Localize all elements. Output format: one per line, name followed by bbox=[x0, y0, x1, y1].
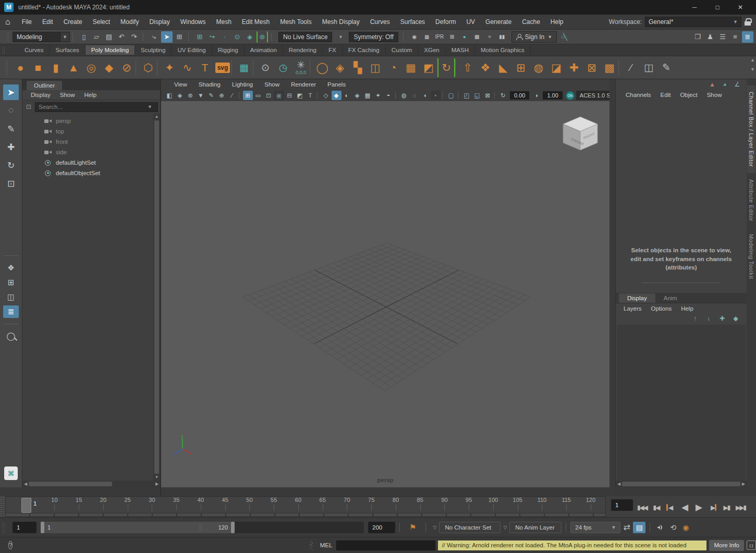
rotate-tool[interactable]: ↻ bbox=[3, 157, 19, 173]
select-tool[interactable]: ➤ bbox=[3, 84, 19, 100]
curve-pencil-icon[interactable]: ✎ bbox=[657, 58, 675, 77]
scroll-up-icon[interactable]: ▲ bbox=[155, 114, 159, 120]
separator[interactable] bbox=[317, 92, 319, 99]
outliner-item[interactable]: front bbox=[22, 137, 153, 147]
step-forward-key-button[interactable]: ▶ bbox=[705, 500, 720, 514]
outliner-horizontal-scrollbar[interactable]: ◀ ▶ bbox=[22, 481, 160, 487]
outliner-item[interactable]: defaultLightSet bbox=[22, 157, 153, 168]
playback-range[interactable]: 1 120 bbox=[41, 522, 235, 533]
xray-active-icon[interactable]: ⊠ bbox=[483, 91, 493, 100]
motion-blur-icon[interactable]: ◌ bbox=[410, 91, 420, 100]
default-material-icon[interactable]: ◐ bbox=[342, 91, 352, 100]
chevron-down-icon[interactable]: ▼ bbox=[148, 104, 154, 109]
drag-grip[interactable] bbox=[2, 46, 5, 54]
graph-editor-icon[interactable]: ∠ bbox=[733, 80, 742, 89]
outliner-item[interactable]: top bbox=[22, 126, 153, 137]
new-empty-layer-icon[interactable]: ✚ bbox=[718, 314, 726, 323]
poly-cube-icon[interactable]: ■ bbox=[29, 58, 47, 77]
scroll-down-icon[interactable]: ▼ bbox=[155, 474, 159, 481]
animation-end-field[interactable]: 200 bbox=[368, 522, 395, 533]
snap-view-plane-icon[interactable]: ◈ bbox=[244, 31, 255, 43]
menu-item[interactable]: Edit bbox=[37, 18, 58, 26]
lasso-tool[interactable]: ◌ bbox=[3, 103, 19, 118]
symmetry-field[interactable]: Symmetry: Off bbox=[349, 32, 398, 42]
view-cube[interactable]: FRONT RIGHT bbox=[562, 116, 599, 153]
range-start-handle[interactable] bbox=[41, 522, 44, 533]
shelf-tab[interactable]: UV Editing bbox=[172, 45, 212, 55]
make-live-icon[interactable]: ⊚ bbox=[257, 31, 268, 43]
xray-joints-icon[interactable]: ◱ bbox=[472, 91, 482, 100]
move-layer-up-icon[interactable]: ↑ bbox=[691, 314, 699, 323]
zoom-layout-icon[interactable]: ◯ bbox=[3, 330, 19, 342]
toolbox-logo-icon[interactable]: ⌘ bbox=[4, 466, 18, 480]
menu-item[interactable]: Modify bbox=[115, 18, 144, 26]
filter-icon[interactable]: ⊡ bbox=[25, 103, 33, 110]
separator[interactable] bbox=[310, 60, 313, 76]
mute-sound-icon[interactable] bbox=[654, 522, 667, 533]
shelf-tab[interactable]: Rendering bbox=[283, 45, 323, 55]
viewport-menu-item[interactable]: View bbox=[168, 81, 193, 88]
bevel-icon[interactable]: ◣ bbox=[494, 58, 512, 77]
film-gate-icon[interactable]: ▭ bbox=[253, 91, 263, 100]
menu-item[interactable]: Mesh Display bbox=[317, 18, 365, 26]
drag-grip[interactable] bbox=[310, 540, 313, 550]
gamma-field[interactable]: 1.00 bbox=[543, 91, 562, 100]
step-back-key-button[interactable]: ◀ bbox=[663, 500, 677, 514]
range-end-handle[interactable] bbox=[231, 522, 235, 533]
select-camera-icon[interactable]: ◧ bbox=[165, 91, 175, 100]
drag-grip[interactable] bbox=[2, 522, 5, 533]
isolate-select-icon[interactable]: ▢ bbox=[446, 91, 456, 100]
fps-select[interactable]: 24 fps ▼ bbox=[570, 522, 620, 533]
menu-item[interactable]: Windows bbox=[175, 18, 211, 26]
color-space-field[interactable]: ACES 1.0 SDR-v bbox=[576, 91, 609, 100]
scrollbar-thumb[interactable] bbox=[29, 482, 112, 486]
timeline-strip[interactable]: 5101520253035404550556065707580859095100… bbox=[5, 496, 606, 517]
snap-curve-icon[interactable]: ↪ bbox=[206, 31, 218, 43]
render-setup-icon[interactable]: ▩ bbox=[471, 31, 483, 43]
scroll-right-icon[interactable]: ▶ bbox=[740, 482, 747, 486]
field-chart-icon[interactable]: ⊟ bbox=[285, 91, 295, 100]
channel-box-menu-item[interactable]: Show bbox=[702, 92, 727, 98]
go-to-start-button[interactable]: ▮◀◀ bbox=[635, 500, 649, 514]
move-layer-down-icon[interactable]: ↓ bbox=[704, 314, 713, 323]
multi-cut-icon[interactable]: ❖ bbox=[477, 58, 494, 77]
menu-item[interactable]: Select bbox=[88, 18, 115, 26]
separator[interactable] bbox=[455, 60, 459, 76]
shelf-tab[interactable]: Animation bbox=[245, 45, 283, 55]
command-input[interactable] bbox=[336, 540, 435, 550]
type-tool-icon[interactable]: T bbox=[196, 58, 214, 77]
menu-item[interactable]: Deform bbox=[430, 18, 461, 26]
layer-menu-item[interactable]: Options bbox=[647, 305, 677, 312]
add-divisions-icon[interactable]: ⊞ bbox=[512, 58, 530, 77]
separator[interactable] bbox=[231, 60, 235, 76]
revolve-icon[interactable]: ◔ bbox=[384, 58, 402, 77]
render-settings-icon[interactable]: ⊠ bbox=[446, 31, 458, 43]
select-hierarchy-icon[interactable]: ⤷ bbox=[149, 31, 160, 43]
circularize-icon[interactable]: ◍ bbox=[530, 58, 547, 77]
poly-disc-icon[interactable]: ⊘ bbox=[118, 58, 136, 77]
separator[interactable] bbox=[458, 92, 460, 99]
separator[interactable] bbox=[136, 60, 139, 76]
outliner-menu-item[interactable]: Help bbox=[80, 92, 101, 98]
lock-camera-icon[interactable]: ◈ bbox=[175, 91, 185, 100]
shelf-tab[interactable]: Surfaces bbox=[50, 45, 85, 55]
pause-viewport-icon[interactable]: ▮▮ bbox=[496, 31, 508, 43]
shelf-tab[interactable]: Motion Graphics bbox=[475, 45, 531, 55]
panel-divider[interactable] bbox=[609, 79, 615, 496]
anti-alias-icon[interactable]: ◖ bbox=[420, 91, 430, 100]
separator[interactable] bbox=[253, 60, 257, 76]
separator[interactable] bbox=[188, 33, 191, 41]
cached-playback-icon[interactable]: ⟲ bbox=[667, 522, 679, 533]
layout-two-pane-icon[interactable]: ◫ bbox=[3, 291, 19, 303]
more-info-button[interactable]: More Info bbox=[709, 540, 744, 551]
poly-sphere-icon[interactable]: ● bbox=[11, 58, 29, 77]
playhead[interactable] bbox=[21, 498, 31, 513]
textured-icon[interactable]: ◈ bbox=[352, 91, 362, 100]
side-panel-tab[interactable]: Attribute Editor bbox=[747, 173, 755, 228]
warning-message[interactable]: // Warning: Arnold renderer not loaded. … bbox=[438, 540, 706, 550]
attribute-editor-icon[interactable]: ☰ bbox=[717, 31, 728, 43]
range-grip[interactable] bbox=[199, 524, 202, 531]
quad-draw-icon[interactable]: ✚ bbox=[565, 58, 583, 77]
outliner-search[interactable]: ▼ bbox=[35, 102, 158, 112]
playback-options-icon[interactable]: ▤ bbox=[633, 522, 645, 533]
